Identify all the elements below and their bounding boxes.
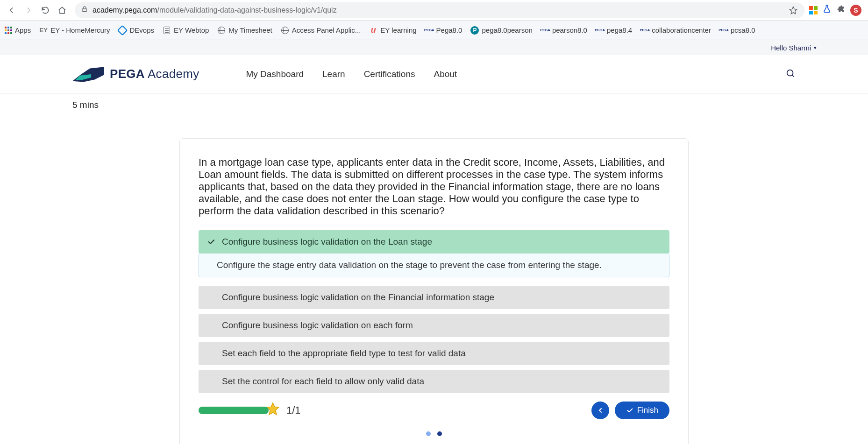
answer-option-5-label: Set the control for each field to allow … [222,376,424,386]
progress-fill [199,407,269,414]
bookmark-pcsa80[interactable]: PEGA pcsa8.0 [719,26,755,35]
back-button[interactable] [4,2,20,18]
apps-label: Apps [15,26,31,34]
svg-point-0 [787,70,793,76]
windows-tiles-icon[interactable] [809,6,818,14]
bookmark-label: My Timesheet [228,26,272,34]
bookmark-label: EY Webtop [174,26,209,34]
bookmark-label: pearson8.0 [552,26,587,34]
bookmark-label: Pega8.0 [436,26,462,34]
browser-toolbar: academy.pega.com/module/validating-data-… [0,0,868,21]
answer-option-3-label: Configure business logic validation on e… [222,320,413,330]
dot-1[interactable] [426,431,431,436]
bookmark-ey-webtop[interactable]: EY Webtop [163,26,209,35]
bookmark-ey-homemercury[interactable]: EY EY - HomeMercury [39,26,110,35]
bookmark-label: DEvops [129,26,154,34]
apps-button[interactable]: Apps [5,26,31,34]
quiz-card: In a mortgage loan case type, applicants… [179,138,689,444]
answer-correct[interactable]: Configure business logic validation on t… [199,230,669,254]
user-greeting[interactable]: Hello Sharmi [771,44,811,52]
finish-label: Finish [637,406,658,415]
lab-flask-icon[interactable] [822,4,832,16]
pega-swoosh-icon [72,66,104,82]
bookmark-ey-learning[interactable]: u EY learning [369,26,416,35]
nav-certifications[interactable]: Certifications [364,69,415,79]
dot-2[interactable] [437,431,442,436]
bookmark-star-icon[interactable] [789,6,798,15]
url-path: /module/validating-data-against-business… [157,6,336,14]
reload-button[interactable] [37,2,53,18]
apps-grid-icon [5,27,12,34]
prev-button[interactable] [591,402,609,419]
nav-about[interactable]: About [434,69,457,79]
lock-icon [81,6,88,14]
logo-bold: PEGA [110,67,145,81]
bookmark-collabcenter[interactable]: PEGA collaborationcenter [640,26,711,35]
pager-dots [199,431,669,436]
udemy-favicon: u [369,26,377,35]
forward-button[interactable] [21,2,36,18]
bookmark-bar: Apps EY EY - HomeMercury DEvops EY Webto… [0,21,868,40]
answer-feedback: Configure the stage entry data validatio… [199,254,669,277]
chevron-down-icon[interactable]: ▾ [814,45,817,51]
devops-favicon [118,26,127,35]
bookmark-devops[interactable]: DEvops [118,26,154,35]
bookmark-pega80[interactable]: PEGA Pega8.0 [425,26,462,35]
answer-option-2[interactable]: Configure business logic validation on t… [199,286,669,309]
check-icon [207,238,215,246]
globe-favicon [217,26,226,35]
globe-favicon [281,26,289,35]
bookmark-pega84[interactable]: PEGA pega8.4 [596,26,632,35]
score-text: 1/1 [286,404,301,416]
site-header: PEGA Academy My Dashboard Learn Certific… [0,55,868,93]
pearson-favicon: P [470,26,479,35]
bookmark-label: EY learning [380,26,416,34]
answer-option-3[interactable]: Configure business logic validation on e… [199,314,669,337]
url-domain: academy.pega.com [92,6,157,14]
home-button[interactable] [54,2,70,18]
bookmark-pega80pearson[interactable]: P pega8.0pearson [470,26,532,35]
bookmark-label: pcsa8.0 [731,26,755,34]
question-text: In a mortgage loan case type, applicants… [199,156,669,217]
pega-academy-logo[interactable]: PEGA Academy [72,66,199,82]
pega-favicon: PEGA [719,26,728,35]
answer-feedback-text: Configure the stage entry data validatio… [217,260,602,270]
profile-avatar[interactable]: S [850,5,861,16]
extensions-icon[interactable] [836,4,846,16]
pega-favicon: PEGA [425,26,434,35]
answer-option-4[interactable]: Set each field to the appropriate field … [199,342,669,365]
bookmark-label: pega8.0pearson [482,26,532,34]
pega-favicon: PEGA [596,26,604,35]
bookmark-label: pega8.4 [607,26,632,34]
url-text: academy.pega.com/module/validating-data-… [92,6,337,14]
nav-learn[interactable]: Learn [322,69,345,79]
logo-light: Academy [145,67,199,81]
answer-option-5[interactable]: Set the control for each field to allow … [199,370,669,393]
quiz-timer: 5 mins [0,93,868,110]
document-favicon [163,26,171,35]
pega-favicon: PEGA [541,26,549,35]
user-greeting-bar: Hello Sharmi ▾ [0,40,868,55]
bookmark-pearson80[interactable]: PEGA pearson8.0 [541,26,587,35]
bookmark-label: Access Panel Applic... [292,26,361,34]
answer-option-2-label: Configure business logic validation on t… [222,292,494,302]
answer-option-4-label: Set each field to the appropriate field … [222,348,466,358]
search-icon[interactable] [785,72,796,80]
pega-logo-text: PEGA Academy [110,67,199,81]
avatar-letter: S [854,7,858,14]
bookmark-label: EY - HomeMercury [50,26,110,34]
ey-favicon: EY [39,26,48,35]
finish-button[interactable]: Finish [615,402,669,419]
nav-my-dashboard[interactable]: My Dashboard [246,69,304,79]
answer-correct-label: Configure business logic validation on t… [222,237,432,247]
progress-bar [199,407,269,414]
bookmark-label: collaborationcenter [652,26,711,34]
bookmark-access-panel[interactable]: Access Panel Applic... [281,26,361,35]
pega-favicon: PEGA [640,26,649,35]
address-bar[interactable]: academy.pega.com/module/validating-data-… [75,2,804,18]
progress-indicator: 1/1 [199,402,301,419]
bookmark-my-timesheet[interactable]: My Timesheet [217,26,272,35]
